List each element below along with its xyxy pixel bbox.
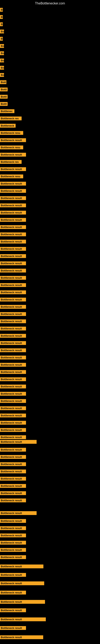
bottleneck-result-label: Bottleneck result	[0, 448, 26, 452]
bottleneck-result-label: Bo	[0, 66, 4, 70]
bottleneck-result-label: Bottl	[0, 102, 8, 106]
bottleneck-result-label: Bottleneck result	[0, 196, 26, 200]
bottleneck-result-label: Bottleneck result	[0, 435, 26, 439]
bottleneck-result-label: Bottleneck result	[0, 491, 26, 495]
bottleneck-result-label: Bottleneck result	[0, 254, 26, 258]
bottleneck-result-label: Bottleneck result	[0, 204, 26, 207]
bottleneck-result-label: Bottleneck result	[0, 370, 26, 374]
bottleneck-result-label: Bottleneck res	[0, 160, 22, 164]
bottleneck-result-label: Bottleneck result	[0, 240, 26, 244]
bottleneck-result-label: Bottleneck result	[0, 283, 26, 287]
bottleneck-result-label: Bottleneck result	[0, 511, 37, 515]
bottleneck-result-label: Bottleneck result	[0, 462, 26, 466]
bottleneck-result-label: Bo	[0, 44, 4, 48]
bottleneck-result-label: Bottleneck result	[0, 470, 26, 473]
bottleneck-result-label: Bottleneck result	[0, 232, 26, 236]
bottleneck-result-label: Bottleneck result	[0, 363, 26, 367]
bottleneck-result-label: Bottleneck resu	[0, 146, 23, 149]
bottleneck-result-label: B	[0, 37, 3, 41]
bottleneck-result-label: B	[0, 8, 3, 12]
bottleneck-result-label: Bo	[0, 51, 4, 55]
bottleneck-result-label: Bottleneck result	[0, 225, 26, 229]
site-title: TheBottlenecker.com	[0, 0, 100, 7]
bottleneck-result-label: Bottleneck result	[0, 541, 26, 544]
bottleneck-result-label: Bottleneck result	[0, 406, 26, 410]
bottleneck-result-label: Bottleneck result	[0, 392, 26, 396]
bottleneck-result-label: Bottl	[0, 88, 8, 91]
bottleneck-result-label: Bottleneck result	[0, 247, 26, 251]
bottleneck-result-label: Bottleneck result	[0, 618, 46, 621]
bottleneck-result-label: Bottleneck result	[0, 440, 37, 444]
bottleneck-result-label: Bottleneck result	[0, 348, 26, 352]
bottleneck-result-label: B	[0, 15, 3, 19]
bottleneck-result-label: Bottleneck result	[0, 519, 26, 523]
bottleneck-result-label: Bottleneck resu	[0, 131, 23, 135]
bottleneck-result-label: Bottleneck result	[0, 564, 43, 568]
bottleneck-result-label: Bottleneck result	[0, 327, 26, 330]
bottleneck-result-label: Bottleneck result	[0, 334, 26, 338]
bottleneck-result-label: Bottleneck result	[0, 218, 26, 222]
bottleneck-result-label: Bottleneck result	[0, 262, 26, 265]
bottleneck-result-label: Bottleneck result	[0, 269, 26, 272]
bottleneck-result-label: Bottleneck result	[0, 384, 26, 388]
bottleneck-result-label: Bottleneck result	[0, 534, 26, 537]
bottleneck-result-label: Bottleneck result	[0, 591, 26, 594]
bottleneck-result-label: Bottleneck result	[0, 635, 43, 639]
bottleneck-result-label: Bottleneck result	[0, 582, 44, 585]
bottleneck-result-label: Bottleneck result	[0, 421, 26, 425]
bottleneck-result-label: Bottleneck result	[0, 399, 26, 403]
bottleneck-result-label: Bottleneck result	[0, 573, 26, 577]
bottleneck-result-label: Bottleneck result	[0, 298, 26, 302]
bottleneck-result-label: Bottleneck result	[0, 320, 26, 323]
bottleneck-result-label: Bottleneck result	[0, 414, 26, 418]
bottleneck-result-label: Bottleneck result	[0, 167, 26, 171]
bottleneck-result-label: Bottleneck result	[0, 484, 26, 488]
bottleneck-result-label: Bottleneck result	[0, 477, 26, 480]
bottleneck-result-label: B	[0, 22, 3, 26]
bottleneck-result-label: Bottleneck result	[0, 526, 26, 530]
bottleneck-result-label: Bottl	[0, 95, 8, 98]
bottleneck-result-label: Bottleneck result	[0, 305, 26, 309]
bottleneck-result-label: Bottleneck result	[0, 138, 26, 142]
bottleneck-result-label: Bottleneck	[0, 124, 16, 128]
bottleneck-result-label: Bottleneck result	[0, 455, 26, 459]
bottleneck-result-label: Bo	[0, 30, 4, 34]
bottleneck-result-label: Bottleneck result	[0, 428, 26, 432]
bottleneck-result-label: Bottlenec	[0, 109, 14, 113]
bottleneck-result-label: Bottleneck resu	[0, 174, 23, 178]
bottleneck-result-label: Bottleneck result	[0, 626, 26, 630]
bottleneck-result-label: Bottleneck result	[0, 312, 26, 316]
bottleneck-result-label: Bottleneck result	[0, 153, 26, 156]
bottleneck-result-label: Bottleneck result	[0, 211, 26, 214]
bottleneck-result-label: Bottleneck result	[0, 290, 26, 294]
bottleneck-result-label: Bottleneck result	[0, 498, 26, 502]
bottleneck-result-label: Bottleneck result	[0, 555, 26, 559]
bottleneck-result-label: Bottleneck result	[0, 608, 26, 612]
bottleneck-result-label: Bottleneck result	[0, 377, 26, 381]
bottleneck-result-label: Bo	[0, 73, 4, 77]
bottleneck-result-label: Bottleneck res	[0, 116, 22, 120]
bottleneck-result-label: Bottleneck result	[0, 600, 45, 604]
bottleneck-result-label: Bott	[0, 80, 6, 84]
bottleneck-result-label: Bottleneck result	[0, 182, 26, 186]
bottleneck-result-label: Bottleneck result	[0, 548, 26, 552]
bottleneck-result-label: Bottleneck result	[0, 341, 26, 345]
bottleneck-result-label: Bottleneck result	[0, 276, 26, 280]
bottleneck-result-label: Bottleneck result	[0, 356, 26, 360]
bottleneck-result-label: Bo	[0, 58, 4, 62]
bottleneck-result-label: Bottleneck result	[0, 189, 26, 193]
